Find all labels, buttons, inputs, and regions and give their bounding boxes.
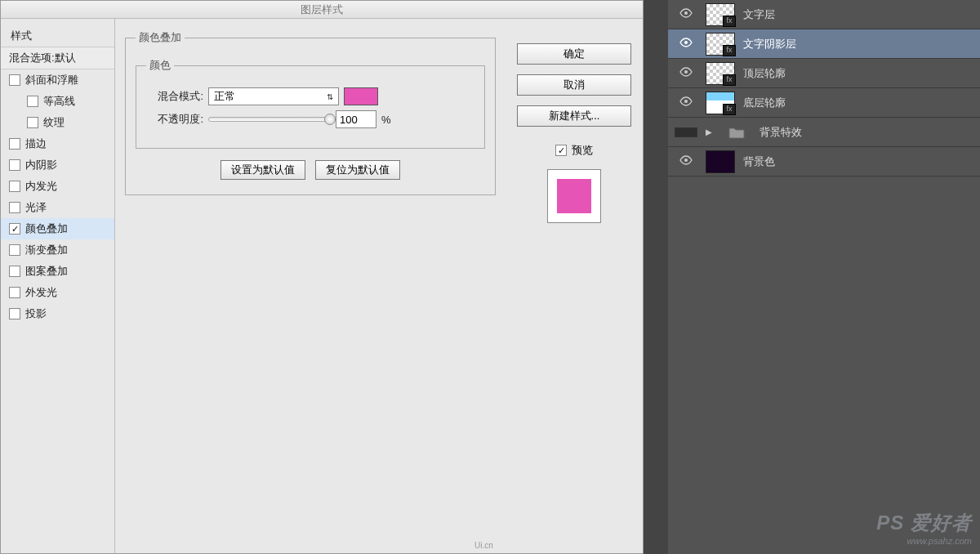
opacity-input[interactable] — [336, 110, 376, 128]
reset-default-button[interactable]: 复位为默认值 — [315, 160, 400, 180]
ok-button[interactable]: 确定 — [517, 43, 631, 65]
layer-style-dialog: 图层样式 样式 混合选项:默认 斜面和浮雕 等高线 纹理 描边 内阴影 内发光 … — [0, 0, 644, 554]
blend-mode-select[interactable]: 正常 ⇅ — [208, 87, 339, 105]
style-inner-shadow[interactable]: 内阴影 — [1, 154, 114, 176]
opacity-label: 不透明度: — [146, 112, 203, 127]
fx-badge-icon: fx — [723, 74, 736, 86]
preview-label: 预览 — [572, 143, 593, 158]
style-pattern-overlay[interactable]: 图案叠加 — [1, 261, 114, 282]
subgroup-title: 颜色 — [146, 58, 174, 73]
preview-box — [547, 169, 601, 223]
layer-row-top-outline[interactable]: fx 顶层轮廓 — [668, 59, 980, 88]
style-outer-glow[interactable]: 外发光 — [1, 282, 114, 303]
slider-thumb-icon[interactable] — [324, 114, 336, 125]
preview-swatch — [557, 179, 591, 213]
style-color-overlay[interactable]: 颜色叠加 — [1, 218, 114, 239]
color-overlay-group: 颜色叠加 颜色 混合模式: 正常 ⇅ 不透明度: — [125, 30, 496, 195]
visibility-icon[interactable] — [675, 67, 697, 79]
watermark-url: www.psahz.com — [876, 536, 972, 546]
layer-name: 顶层轮廓 — [743, 66, 973, 81]
layer-row-bg-color[interactable]: 背景色 — [668, 147, 980, 176]
dialog-title: 图层样式 — [1, 1, 643, 19]
checkbox[interactable] — [27, 117, 38, 128]
layer-name: 底层轮廓 — [743, 96, 973, 110]
checkbox[interactable] — [9, 181, 20, 192]
checkbox[interactable] — [9, 202, 20, 213]
fx-badge-icon: fx — [723, 16, 736, 27]
color-swatch[interactable] — [344, 87, 378, 105]
svg-point-4 — [684, 159, 688, 162]
style-label: 内阴影 — [25, 158, 57, 172]
layer-name: 背景色 — [743, 154, 973, 169]
opacity-unit: % — [381, 114, 391, 126]
cancel-button[interactable]: 取消 — [517, 74, 631, 96]
style-contour[interactable]: 等高线 — [1, 91, 114, 112]
layer-name: 文字层 — [743, 7, 973, 22]
new-style-button[interactable]: 新建样式... — [517, 105, 631, 127]
style-stroke[interactable]: 描边 — [1, 133, 114, 154]
svg-point-0 — [684, 11, 688, 15]
layer-thumbnail: fx — [706, 62, 735, 85]
watermark-text: PS 爱好者 — [876, 510, 972, 536]
checkbox[interactable] — [9, 287, 20, 298]
layer-thumbnail: fx — [706, 3, 735, 26]
footer-badge: Ui.cn — [474, 541, 493, 550]
visibility-icon-off[interactable] — [675, 127, 697, 137]
layer-row-bottom-outline[interactable]: fx 底层轮廓 — [668, 88, 980, 118]
preview-checkbox[interactable] — [555, 145, 567, 156]
visibility-icon[interactable] — [675, 8, 697, 20]
checkbox[interactable] — [9, 159, 20, 171]
style-label: 内发光 — [25, 179, 57, 194]
set-default-button[interactable]: 设置为默认值 — [220, 160, 305, 180]
checkbox[interactable] — [9, 74, 20, 86]
style-label: 投影 — [25, 306, 47, 321]
svg-point-1 — [684, 41, 688, 44]
svg-point-2 — [684, 70, 688, 74]
layer-thumbnail: fx — [706, 92, 735, 114]
style-label: 渐变叠加 — [25, 243, 68, 257]
style-label: 外发光 — [25, 285, 57, 300]
blend-mode-value: 正常 — [214, 89, 235, 104]
folder-icon — [722, 121, 751, 144]
opacity-slider[interactable] — [208, 117, 331, 122]
color-subgroup: 颜色 混合模式: 正常 ⇅ 不透明度: — [136, 58, 485, 149]
style-label: 图案叠加 — [25, 264, 68, 279]
fx-badge-icon: fx — [723, 104, 736, 115]
fx-badge-icon: fx — [723, 45, 736, 56]
visibility-icon[interactable] — [675, 38, 697, 50]
dialog-actions: 确定 取消 新建样式... 预览 — [506, 19, 643, 553]
style-drop-shadow[interactable]: 投影 — [1, 303, 114, 324]
style-label: 纹理 — [43, 115, 65, 130]
layer-row-text-shadow[interactable]: fx 文字阴影层 — [668, 29, 980, 59]
checkbox[interactable] — [27, 96, 38, 107]
checkbox[interactable] — [9, 266, 20, 277]
layer-row-bg-effects[interactable]: ▶ 背景特效 — [668, 118, 980, 147]
style-gradient-overlay[interactable]: 渐变叠加 — [1, 239, 114, 261]
style-inner-glow[interactable]: 内发光 — [1, 176, 114, 197]
visibility-icon[interactable] — [675, 155, 697, 168]
watermark: PS 爱好者 www.psahz.com — [876, 510, 972, 546]
style-label: 斜面和浮雕 — [25, 73, 78, 87]
expand-icon[interactable]: ▶ — [706, 127, 714, 136]
svg-point-3 — [684, 100, 688, 103]
checkbox[interactable] — [9, 244, 20, 256]
checkbox[interactable] — [9, 308, 20, 319]
checkbox[interactable] — [9, 138, 20, 150]
visibility-icon[interactable] — [675, 96, 697, 109]
style-label: 描边 — [25, 136, 47, 151]
layer-row-text[interactable]: fx 文字层 — [668, 0, 980, 29]
settings-panel: 颜色叠加 颜色 混合模式: 正常 ⇅ 不透明度: — [115, 19, 506, 553]
style-satin[interactable]: 光泽 — [1, 197, 114, 218]
style-texture[interactable]: 纹理 — [1, 112, 114, 133]
styles-header[interactable]: 样式 — [1, 27, 114, 47]
layer-thumbnail: fx — [706, 33, 735, 56]
checkbox[interactable] — [9, 223, 20, 235]
style-bevel[interactable]: 斜面和浮雕 — [1, 69, 114, 91]
style-label: 等高线 — [43, 94, 75, 109]
layer-name: 文字阴影层 — [743, 37, 973, 51]
layer-thumbnail — [706, 150, 735, 173]
style-label: 光泽 — [25, 200, 47, 215]
styles-sidebar: 样式 混合选项:默认 斜面和浮雕 等高线 纹理 描边 内阴影 内发光 光泽 颜色… — [1, 19, 115, 553]
layers-panel: fx 文字层 fx 文字阴影层 fx 顶层轮廓 fx 底层轮廓 ▶ 背景特效 — [668, 0, 980, 554]
blend-options-item[interactable]: 混合选项:默认 — [1, 47, 114, 69]
